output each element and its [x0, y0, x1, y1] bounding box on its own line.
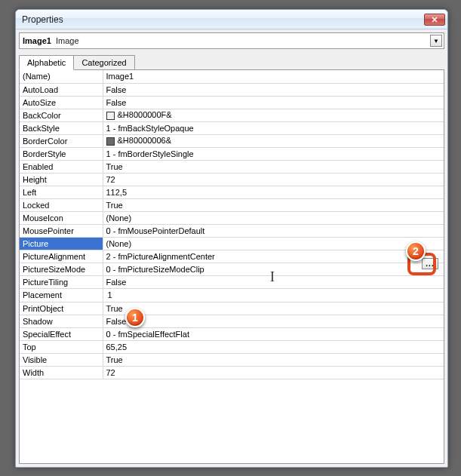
property-name: AutoSize — [20, 96, 103, 109]
property-row[interactable]: LockedTrue — [20, 198, 444, 211]
property-name: BorderStyle — [20, 147, 103, 160]
property-row[interactable]: AutoLoadFalse — [20, 83, 444, 96]
property-value-text: &H80000006& — [118, 136, 172, 145]
property-name: PictureTiling — [20, 275, 103, 288]
property-edit-input[interactable] — [106, 290, 137, 301]
property-row[interactable]: Placement — [20, 288, 444, 302]
property-row[interactable]: Left112,5 — [20, 186, 444, 198]
property-value[interactable]: True — [103, 353, 444, 366]
property-row[interactable]: BackStyle1 - fmBackStyleOpaque — [20, 121, 444, 134]
color-swatch — [106, 112, 115, 120]
property-value-text: &H8000000F& — [118, 110, 172, 119]
property-row[interactable]: PictureSizeMode0 - fmPictureSizeModeClip — [20, 263, 444, 275]
property-row[interactable]: BackColor&H8000000F& — [20, 109, 444, 121]
property-value[interactable]: True — [103, 302, 444, 315]
property-row[interactable]: BorderColor&H80000006& — [20, 134, 444, 147]
property-value[interactable]: 0 - fmMousePointerDefault — [103, 224, 444, 237]
property-row[interactable]: MousePointer0 - fmMousePointerDefault — [20, 224, 444, 237]
property-name: Top — [20, 340, 103, 353]
property-row[interactable]: Top65,25 — [20, 340, 444, 353]
property-value[interactable] — [103, 288, 444, 302]
chevron-down-icon: ▼ — [433, 38, 439, 45]
property-name: Picture — [20, 237, 103, 250]
property-value[interactable]: 2 - fmPictureAlignmentCenter — [103, 250, 444, 263]
property-value[interactable]: 72 — [103, 173, 444, 186]
property-row[interactable]: ShadowFalse — [20, 315, 444, 327]
color-swatch — [106, 137, 115, 146]
property-name: AutoLoad — [20, 83, 103, 96]
property-name: MouseIcon — [20, 211, 103, 224]
property-name: PictureSizeMode — [20, 263, 103, 275]
body: Image1 Image ▼ Alphabetic Categorized (N… — [16, 29, 447, 467]
property-name: Height — [20, 173, 103, 186]
property-row[interactable]: (Name)Image1 — [20, 70, 444, 83]
property-value[interactable]: False — [103, 83, 444, 96]
property-value[interactable]: 72 — [103, 366, 444, 379]
property-name: Locked — [20, 198, 103, 211]
property-row[interactable]: PictureTilingFalse — [20, 275, 444, 288]
property-name: Left — [20, 186, 103, 198]
property-row[interactable]: Height72 — [20, 173, 444, 186]
property-name: Visible — [20, 353, 103, 366]
object-selector[interactable]: Image1 Image ▼ — [19, 32, 444, 49]
property-name: BackColor — [20, 109, 103, 121]
object-name: Image1 — [23, 36, 51, 45]
property-name: Enabled — [20, 160, 103, 173]
property-name: (Name) — [20, 70, 103, 83]
property-row[interactable]: VisibleTrue — [20, 353, 444, 366]
property-value[interactable]: False — [103, 275, 444, 288]
object-type: Image — [56, 36, 79, 45]
property-row[interactable]: EnabledTrue — [20, 160, 444, 173]
property-name: MousePointer — [20, 224, 103, 237]
property-value[interactable]: True — [103, 160, 444, 173]
property-name: Placement — [20, 288, 103, 302]
object-selector-dropdown[interactable]: ▼ — [430, 35, 442, 47]
property-value[interactable]: (None) — [103, 211, 444, 224]
property-value[interactable]: 0 - fmPictureSizeModeClip — [103, 263, 444, 275]
picture-browse-button[interactable]: ... — [422, 258, 438, 269]
property-name: SpecialEffect — [20, 327, 103, 340]
property-name: PrintObject — [20, 302, 103, 315]
close-button[interactable] — [424, 14, 445, 26]
tab-categorized[interactable]: Categorized — [73, 55, 134, 70]
property-value[interactable]: False — [103, 315, 444, 327]
property-row[interactable]: SpecialEffect0 - fmSpecialEffectFlat — [20, 327, 444, 340]
properties-window: Properties Image1 Image ▼ Alphabetic Cat… — [15, 9, 448, 468]
property-value[interactable]: 1 - fmBackStyleOpaque — [103, 121, 444, 134]
property-value[interactable]: &H8000000F& — [103, 109, 444, 121]
tabs: Alphabetic Categorized — [19, 54, 444, 70]
tab-alphabetic[interactable]: Alphabetic — [19, 55, 74, 70]
property-name: BorderColor — [20, 134, 103, 147]
window-title: Properties — [22, 14, 424, 25]
property-name: BackStyle — [20, 121, 103, 134]
property-value[interactable]: 112,5 — [103, 186, 444, 198]
titlebar[interactable]: Properties — [16, 10, 447, 29]
property-name: Width — [20, 366, 103, 379]
property-row[interactable]: MouseIcon(None) — [20, 211, 444, 224]
property-table: (Name)Image1AutoLoadFalseAutoSizeFalseBa… — [20, 70, 444, 379]
property-row[interactable]: AutoSizeFalse — [20, 96, 444, 109]
property-name: PictureAlignment — [20, 250, 103, 263]
property-value[interactable]: &H80000006& — [103, 134, 444, 147]
property-row[interactable]: PrintObjectTrue — [20, 302, 444, 315]
property-row[interactable]: Width72 — [20, 366, 444, 379]
property-name: Shadow — [20, 315, 103, 327]
property-value[interactable]: 0 - fmSpecialEffectFlat — [103, 327, 444, 340]
close-icon — [432, 17, 438, 23]
property-row[interactable]: PictureAlignment2 - fmPictureAlignmentCe… — [20, 250, 444, 263]
property-grid: (Name)Image1AutoLoadFalseAutoSizeFalseBa… — [19, 69, 444, 464]
property-value[interactable]: (None) — [103, 237, 444, 250]
property-row[interactable]: Picture(None) — [20, 237, 444, 250]
property-value[interactable]: Image1 — [103, 70, 444, 83]
property-value[interactable]: 65,25 — [103, 340, 444, 353]
property-value[interactable]: True — [103, 198, 444, 211]
property-row[interactable]: BorderStyle1 - fmBorderStyleSingle — [20, 147, 444, 160]
property-value[interactable]: False — [103, 96, 444, 109]
property-value[interactable]: 1 - fmBorderStyleSingle — [103, 147, 444, 160]
